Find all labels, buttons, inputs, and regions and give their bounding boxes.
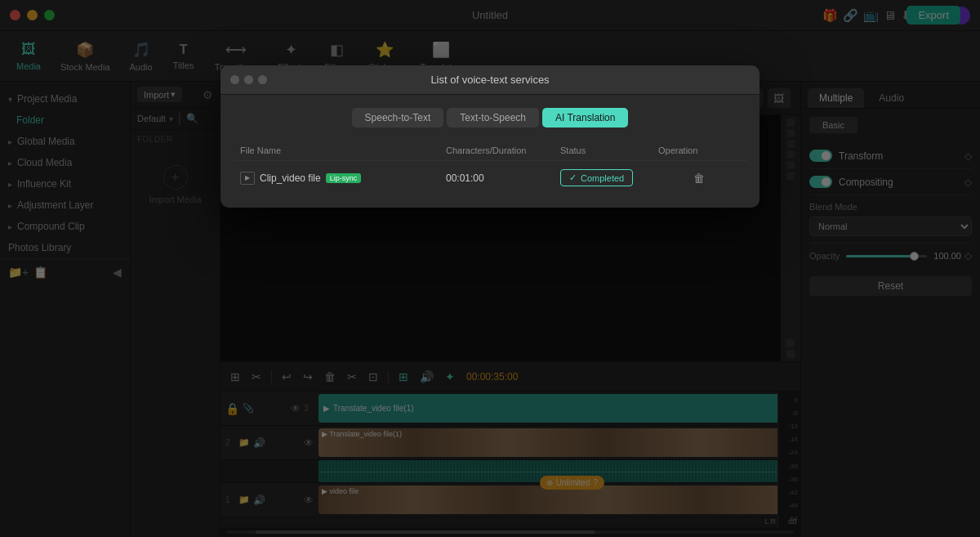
modal-overlay: List of voice-text services Speech-to-Te… xyxy=(0,0,980,537)
duration-cell: 00:01:00 xyxy=(446,172,560,184)
col-status: Status xyxy=(560,145,658,155)
modal-dot-3 xyxy=(258,75,267,84)
delete-row-button[interactable]: 🗑 xyxy=(693,172,705,185)
file-icon: ▶ xyxy=(240,172,255,185)
status-completed: ✓ Completed xyxy=(560,169,633,186)
operation-cell: 🗑 xyxy=(658,172,740,185)
col-operation: Operation xyxy=(658,145,740,155)
file-name-cell: ▶ Clip_video file Lip-sync xyxy=(240,172,446,185)
modal-window-controls xyxy=(230,75,267,84)
col-filename: File Name xyxy=(240,145,446,155)
modal-title: List of voice-text services xyxy=(430,74,549,86)
col-duration: Characters/Duration xyxy=(446,145,560,155)
checkmark-icon: ✓ xyxy=(569,172,577,183)
modal-body: Speech-to-Text Text-to-Speech AI Transla… xyxy=(220,95,760,208)
modal-dot-2 xyxy=(244,75,253,84)
lip-sync-badge: Lip-sync xyxy=(326,173,362,183)
tab-text-to-speech[interactable]: Text-to-Speech xyxy=(447,108,539,128)
modal-header: List of voice-text services xyxy=(220,65,760,95)
status-cell: ✓ Completed xyxy=(560,169,658,186)
tab-speech-to-text[interactable]: Speech-to-Text xyxy=(352,108,444,128)
modal-table-header: File Name Characters/Duration Status Ope… xyxy=(234,141,746,161)
status-label: Completed xyxy=(581,173,624,183)
tab-ai-translation[interactable]: AI Translation xyxy=(542,108,628,128)
modal-dialog: List of voice-text services Speech-to-Te… xyxy=(220,65,760,208)
file-name: Clip_video file xyxy=(260,172,321,184)
modal-tabs: Speech-to-Text Text-to-Speech AI Transla… xyxy=(234,108,746,128)
duration-value: 00:01:00 xyxy=(446,172,484,184)
table-row: ▶ Clip_video file Lip-sync 00:01:00 ✓ Co… xyxy=(234,161,746,195)
modal-dot-1 xyxy=(230,75,239,84)
